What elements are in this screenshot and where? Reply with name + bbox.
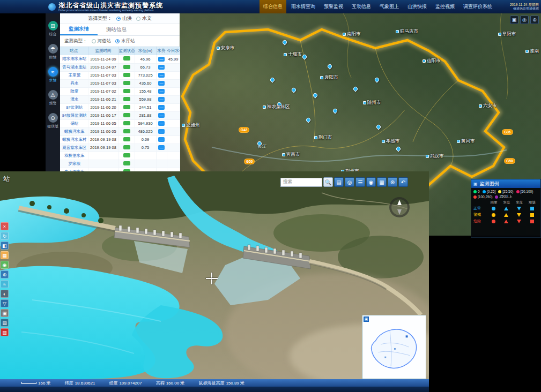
legend-titlebar[interactable]: ▣ 监测图例 [471,179,540,188]
locate-icon[interactable]: ⊕ [530,16,539,24]
信阳市[interactable]: 信阳市 [423,58,441,64]
minimap-expand-icon[interactable]: ▣ [364,316,369,322]
陆水湖水库站[interactable]: 陆水湖水库站 2019-11-24 09 46.96 — 45.99 [60,55,180,63]
search-icon[interactable]: ◎ [520,16,529,24]
六安市[interactable]: 六安市 [479,103,497,109]
station-name[interactable]: 双桥堡水库 [60,152,88,160]
station-name[interactable]: 陆度 [60,87,88,95]
list-icon[interactable]: ☰ [355,177,365,187]
trend-icon[interactable]: — [158,97,165,102]
荆门市[interactable]: 荆门市 [314,134,332,141]
宜昌市[interactable]: 宜昌市 [282,152,300,158]
grid-icon[interactable]: ▦ [1,251,9,259]
station-type-radio[interactable]: 河道站 [92,38,112,44]
trend-icon[interactable]: — [158,137,165,142]
filter-radio[interactable]: 水文 [136,15,152,22]
trend-icon[interactable]: — [158,89,165,94]
8#监测站[interactable]: 8#监测站 2019-11-06 20 244.51 — [60,103,180,111]
安康市[interactable]: 安康市 [217,45,235,51]
eye-icon[interactable]: ◉ [366,177,376,187]
viewer-3d-scene[interactable]: 站 搜索 🔍 ▤◎☰◉▦⊛↶ ×↻◧▦◉⊕≈◐▽▣▤▥ ▣ [0,171,429,379]
panel-tab[interactable]: 测站信息 [98,24,135,35]
神农架林区[interactable]: 神农架林区 [263,104,290,110]
84故障监测站[interactable]: 84故障监测站 2019-11-06 17 281.88 — [60,111,180,119]
fullscreen-icon[interactable]: ▣ [510,16,518,24]
snapshot-icon[interactable]: ▣ [1,309,9,317]
观音堂水库区[interactable]: 观音堂水库区 2019-09-19 08 0.75 — [60,144,180,152]
nav-item[interactable]: 预警监视 [320,0,347,13]
淮南[interactable]: 淮南 [525,48,539,55]
back-icon[interactable]: ↶ [398,177,408,187]
filter-radio[interactable]: 山洪 [116,15,132,22]
青马湖水库站[interactable]: 青马湖水库站 2019-11-24 07 66.73 — [60,63,180,71]
refresh-icon[interactable]: ↻ [1,232,9,240]
恩施州[interactable]: 恩施州 [182,122,200,129]
阜阳市[interactable]: 阜阳市 [498,31,516,37]
station-name[interactable]: 陆水湖水库站 [60,55,88,63]
station-name[interactable]: 青马湖水库站 [60,63,88,71]
trend-icon[interactable]: — [158,81,165,86]
station-name[interactable]: 螺狮湾水库 [60,127,88,135]
layers-icon[interactable]: ▤ [334,177,344,187]
station-name[interactable]: 螺狮湾水库村 [60,135,88,144]
孝感市[interactable]: 孝感市 [382,138,400,145]
overview-minimap[interactable]: ▣ [362,315,426,379]
rail-item[interactable]: ≈ 水情 [48,67,58,83]
station-name[interactable]: 研站 [60,119,88,127]
close-icon[interactable]: × [1,222,9,230]
nav-item[interactable]: 雨水情查询 [287,0,319,13]
黄冈市[interactable]: 黄冈市 [457,138,475,145]
nav-item[interactable]: 调查评价系统 [460,0,496,13]
flood-icon[interactable]: ▽ [1,299,9,307]
doc-icon[interactable]: ▤ [1,319,9,327]
武汉市[interactable]: 武汉市 [426,153,444,160]
清水[interactable]: 清水 2019-11-06 21 559.98 — [60,95,180,103]
station-type-radio[interactable]: 水库站 [115,38,135,44]
王里荒[interactable]: 王里荒 2019-11-07 03 773.025 — [60,71,180,79]
water-icon[interactable]: ≈ [1,280,9,288]
station-name[interactable]: 王里荒 [60,71,88,79]
nav-item[interactable]: 综合信息 [260,0,286,13]
station-name[interactable]: 丹水 [60,79,88,87]
十堰市[interactable]: 十堰市 [284,51,302,58]
add-layer-icon[interactable]: ⊕ [1,270,9,278]
stats-icon[interactable]: ▥ [1,328,9,336]
rail-item[interactable]: ⊞ 综合 [48,21,58,37]
rail-item[interactable]: ⚠ 预警 [48,90,58,106]
station-name[interactable]: 观音堂水库区 [60,144,88,152]
trend-icon[interactable]: — [158,145,165,150]
罗家坝[interactable]: 罗家坝 — [60,160,180,168]
compass[interactable] [389,197,410,217]
trend-icon[interactable]: — [158,73,165,78]
rail-item[interactable]: ⊙ 微信版 [47,113,58,129]
station-name[interactable]: 清水 [60,95,88,103]
pin-icon[interactable]: ◎ [345,177,354,187]
globe-icon[interactable]: ⊛ [388,177,397,187]
trend-icon[interactable]: — [158,57,165,62]
trend-icon[interactable]: — [158,65,165,70]
nav-item[interactable]: 气象图上 [376,0,403,13]
station-name[interactable]: 罗家坝 [60,160,88,168]
trend-icon[interactable]: — [158,129,165,134]
驻马店市[interactable]: 驻马店市 [396,28,418,35]
panel-tab[interactable]: 监测水情 [60,24,98,35]
丹水[interactable]: 丹水 2019-11-07 03 436.60 — [60,79,180,87]
襄阳市[interactable]: 襄阳市 [320,74,338,81]
研站[interactable]: 研站 2019-11-06 05 594.930 — [60,119,180,127]
trend-icon[interactable]: — [158,113,165,118]
随州市[interactable]: 随州市 [363,100,381,106]
陆度[interactable]: 陆度 2019-11-07 02 155.48 — [60,87,180,95]
双桥堡水库[interactable]: 双桥堡水库 — [60,152,180,160]
螺狮湾水库村[interactable]: 螺狮湾水库村 2019-09-19 08 0.09 — [60,135,180,144]
station-name[interactable]: 84故障监测站 [60,111,88,119]
nav-item[interactable]: 山洪快报 [404,0,431,13]
target-icon[interactable]: ◉ [1,261,9,269]
duty-info[interactable]: 值班信息带班值班 [499,7,539,11]
trend-icon[interactable]: — [158,105,165,110]
trend-icon[interactable]: — [158,121,165,126]
nav-item[interactable]: 监控视频 [432,0,458,13]
image-icon[interactable]: ▦ [377,177,387,187]
南阳市[interactable]: 南阳市 [343,31,361,37]
split-icon[interactable]: ◧ [1,242,9,250]
search-button[interactable]: 🔍 [323,177,333,187]
